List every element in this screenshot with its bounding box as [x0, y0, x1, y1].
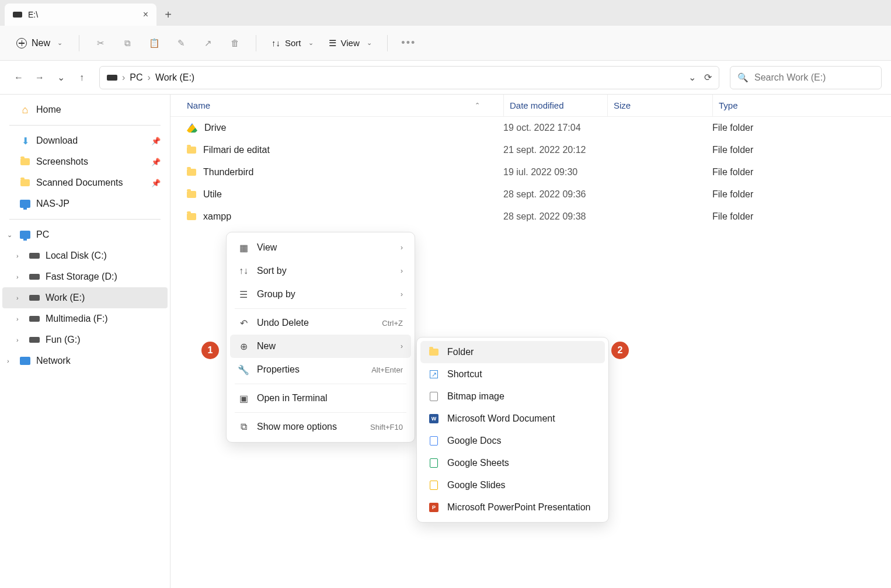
- file-date: 28 sept. 2022 09:36: [503, 189, 607, 200]
- folder-icon: [20, 179, 30, 186]
- rename-icon[interactable]: ✎: [169, 32, 193, 55]
- annotation-badge-1: 1: [201, 342, 219, 359]
- grid-icon: ▦: [238, 242, 249, 253]
- gdrive-icon: [187, 123, 197, 133]
- search-input[interactable]: [754, 72, 874, 83]
- ctx-label: Sort by: [257, 266, 287, 276]
- close-icon[interactable]: ×: [143, 9, 148, 20]
- share-icon[interactable]: ↗: [196, 32, 220, 55]
- ctx-label: Properties: [257, 364, 300, 375]
- file-name: Thunderbird: [203, 167, 253, 178]
- sort-icon: ↑↓: [238, 266, 249, 276]
- more-button[interactable]: •••: [397, 32, 420, 55]
- separator: [9, 219, 161, 220]
- sub-gsheets[interactable]: Google Sheets: [420, 452, 605, 474]
- ctx-sort-by[interactable]: ↑↓ Sort by ›: [230, 259, 411, 283]
- file-name: Drive: [204, 123, 226, 133]
- sidebar-item-scanned[interactable]: Scanned Documents 📌: [2, 172, 168, 193]
- new-tab-button[interactable]: +: [156, 4, 180, 26]
- separator: [9, 125, 161, 126]
- list-item[interactable]: Drive 19 oct. 2022 17:04 File folder: [170, 117, 891, 139]
- sub-word[interactable]: W Microsoft Word Document: [420, 408, 605, 430]
- sub-gslides[interactable]: Google Slides: [420, 474, 605, 496]
- chevron-right-icon[interactable]: ›: [16, 273, 19, 280]
- list-item[interactable]: xampp 28 sept. 2022 09:38 File folder: [170, 206, 891, 228]
- copy-icon[interactable]: ⧉: [116, 32, 139, 55]
- sidebar-item-drive-e[interactable]: › Work (E:): [2, 287, 168, 308]
- chevron-down-icon: ⌄: [57, 39, 62, 47]
- sidebar-item-home[interactable]: ⌂ Home: [2, 99, 168, 120]
- ctx-group-by[interactable]: ☰ Group by ›: [230, 283, 411, 306]
- sidebar-item-drive-d[interactable]: › Fast Storage (D:): [2, 266, 168, 287]
- pin-icon: 📌: [151, 179, 161, 187]
- chevron-down-icon[interactable]: ⌄: [688, 72, 696, 83]
- sidebar: ⌂ Home ⬇ Download 📌 Screenshots 📌 Scanne…: [0, 95, 170, 588]
- column-header-size[interactable]: Size: [607, 95, 712, 116]
- list-item[interactable]: Filmari de editat 21 sept. 2022 20:12 Fi…: [170, 139, 891, 161]
- sidebar-item-label: Work (E:): [46, 293, 85, 303]
- chevron-right-icon[interactable]: ›: [16, 294, 19, 301]
- delete-icon[interactable]: 🗑: [223, 32, 246, 55]
- address-bar[interactable]: › PC › Work (E:) ⌄ ⟳: [99, 66, 719, 89]
- sub-label: Google Docs: [447, 436, 502, 446]
- back-button[interactable]: ←: [9, 68, 28, 87]
- ctx-open-terminal[interactable]: ▣ Open in Terminal: [230, 387, 411, 410]
- sort-button[interactable]: ↑↓ Sort ⌄: [266, 34, 319, 51]
- sub-bitmap[interactable]: Bitmap image: [420, 385, 605, 408]
- sub-ppt[interactable]: P Microsoft PowerPoint Presentation: [420, 496, 605, 519]
- refresh-icon[interactable]: ⟳: [704, 72, 712, 83]
- column-header-date[interactable]: Date modified: [503, 95, 607, 116]
- sub-shortcut[interactable]: ↗ Shortcut: [420, 363, 605, 385]
- ctx-show-more[interactable]: ⧉ Show more options Shift+F10: [230, 415, 411, 439]
- col-label: Size: [614, 100, 631, 110]
- toolbar: New ⌄ ✂ ⧉ 📋 ✎ ↗ 🗑 ↑↓ Sort ⌄ ☰ View ⌄ •••: [0, 26, 891, 61]
- sidebar-item-label: PC: [36, 229, 49, 240]
- terminal-icon: ▣: [238, 393, 249, 403]
- chevron-right-icon[interactable]: ›: [16, 315, 19, 322]
- forward-button[interactable]: →: [30, 68, 49, 87]
- sub-gdocs[interactable]: Google Docs: [420, 430, 605, 452]
- sidebar-item-label: Network: [36, 356, 71, 366]
- sidebar-item-nas[interactable]: NAS-JP: [2, 193, 168, 214]
- paste-icon[interactable]: 📋: [142, 32, 166, 55]
- sidebar-item-drive-g[interactable]: › Fun (G:): [2, 329, 168, 350]
- tab[interactable]: E:\ ×: [5, 4, 156, 26]
- sub-folder[interactable]: Folder: [420, 341, 605, 363]
- view-button[interactable]: ☰ View ⌄: [323, 34, 378, 52]
- separator: [235, 384, 406, 384]
- breadcrumb-pc[interactable]: PC: [130, 72, 142, 83]
- list-item[interactable]: Utile 28 sept. 2022 09:36 File folder: [170, 183, 891, 206]
- ctx-properties[interactable]: 🔧 Properties Alt+Enter: [230, 358, 411, 381]
- sub-label: Folder: [447, 347, 474, 357]
- sidebar-item-download[interactable]: ⬇ Download 📌: [2, 130, 168, 151]
- list-item[interactable]: Thunderbird 19 iul. 2022 09:30 File fold…: [170, 161, 891, 183]
- chevron-right-icon[interactable]: ›: [7, 357, 9, 364]
- ctx-undo-delete[interactable]: ↶ Undo Delete Ctrl+Z: [230, 311, 411, 335]
- view-icon: ☰: [329, 38, 336, 48]
- group-icon: ☰: [238, 289, 249, 300]
- sidebar-item-drive-c[interactable]: › Local Disk (C:): [2, 245, 168, 266]
- breadcrumb-drive[interactable]: Work (E:): [155, 72, 194, 83]
- ctx-new[interactable]: ⊕ New ›: [230, 335, 411, 358]
- monitor-icon: [20, 200, 30, 208]
- up-button[interactable]: ↑: [72, 68, 91, 87]
- sidebar-item-network[interactable]: › Network: [2, 350, 168, 371]
- sidebar-item-pc[interactable]: ⌄ PC: [2, 224, 168, 245]
- ctx-view[interactable]: ▦ View ›: [230, 236, 411, 259]
- chevron-down-icon[interactable]: ⌄: [7, 231, 12, 239]
- chevron-right-icon[interactable]: ›: [16, 336, 19, 343]
- chevron-right-icon[interactable]: ›: [16, 252, 19, 259]
- cut-icon[interactable]: ✂: [89, 32, 112, 55]
- sub-label: Google Sheets: [447, 458, 509, 468]
- ctx-label: Show more options: [257, 422, 337, 432]
- column-header-type[interactable]: Type: [712, 95, 891, 116]
- recent-button[interactable]: ⌄: [51, 68, 70, 87]
- column-header-name[interactable]: Name ⌃: [170, 100, 503, 110]
- file-type: File folder: [712, 189, 891, 200]
- crumb-sep: ›: [148, 72, 151, 83]
- search-box[interactable]: 🔍: [730, 66, 882, 89]
- ctx-label: Group by: [257, 289, 295, 300]
- sidebar-item-drive-f[interactable]: › Multimedia (F:): [2, 308, 168, 329]
- sidebar-item-screenshots[interactable]: Screenshots 📌: [2, 151, 168, 172]
- new-button[interactable]: New ⌄: [9, 34, 69, 52]
